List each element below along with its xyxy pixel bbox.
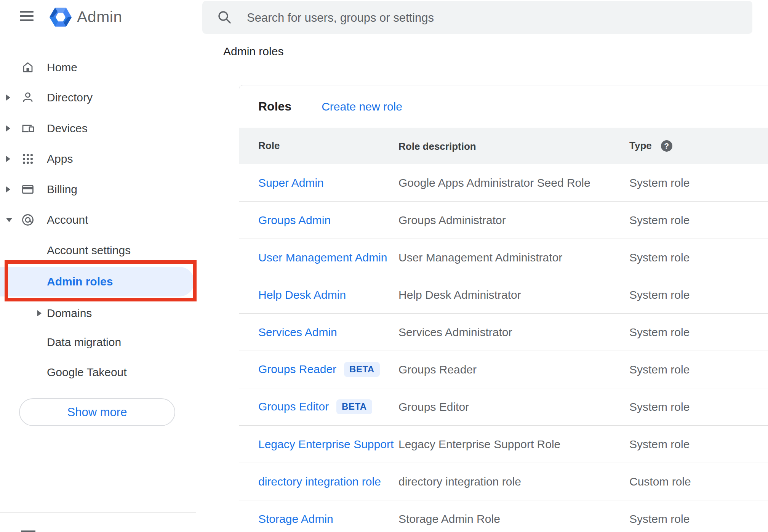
table-row: Super Admin Google Apps Administrator Se…: [239, 164, 768, 202]
sidebar-item-domains[interactable]: Domains: [0, 298, 196, 328]
role-type: Custom role: [629, 475, 768, 488]
role-type: System role: [629, 288, 768, 301]
role-description: Google Apps Administrator Seed Role: [398, 176, 629, 189]
sidebar-bottom-divider: [0, 512, 196, 513]
breadcrumb-divider: [202, 67, 768, 67]
role-type: System role: [629, 326, 768, 339]
role-link[interactable]: User Management Admin: [258, 251, 387, 264]
role-link[interactable]: Services Admin: [258, 326, 337, 339]
sidebar-item-data-migration[interactable]: Data migration: [0, 327, 196, 357]
table-row: Legacy Enterprise Support Legacy Enterpr…: [239, 426, 768, 463]
table-row: directory integration role directory int…: [239, 463, 768, 500]
role-type: System role: [629, 214, 768, 227]
sidebar-item-billing[interactable]: Billing: [0, 174, 196, 205]
role-description: Legacy Enterprise Support Role: [398, 438, 629, 451]
directory-icon: [21, 91, 34, 104]
sidebar-item-admin-roles[interactable]: Admin roles: [0, 267, 194, 296]
role-link[interactable]: Super Admin: [258, 176, 324, 189]
role-description: Services Administrator: [398, 326, 629, 339]
show-more-button[interactable]: Show more: [19, 398, 175, 426]
sidebar-item-home[interactable]: Home: [0, 52, 196, 83]
home-icon: [21, 61, 34, 74]
role-type: System role: [629, 438, 768, 451]
sidebar-item-google-takeout[interactable]: Google Takeout: [0, 357, 196, 388]
role-link[interactable]: Legacy Enterprise Support: [258, 438, 394, 451]
account-icon: [21, 213, 34, 226]
role-link[interactable]: Storage Admin: [258, 513, 333, 526]
role-description: User Management Administrator: [398, 251, 629, 264]
card-title: Roles: [258, 99, 291, 114]
sidebar-item-devices[interactable]: Devices: [0, 113, 196, 144]
roles-card: Roles Create new role Role Role descript…: [239, 85, 768, 532]
role-link[interactable]: Groups Reader: [258, 363, 336, 376]
expand-arrow-icon[interactable]: [6, 125, 10, 131]
app-title: Admin: [77, 6, 122, 28]
role-description: directory integration role: [398, 475, 629, 488]
beta-badge: BETA: [336, 399, 372, 414]
role-description: Groups Editor: [398, 401, 629, 413]
table-row: Groups Editor BETA Groups Editor System …: [239, 388, 768, 426]
expand-arrow-icon[interactable]: [37, 310, 42, 316]
column-header-description: Role description: [398, 141, 476, 152]
role-link[interactable]: directory integration role: [258, 475, 381, 488]
table-header-row: Role Role description Type ?: [239, 128, 768, 164]
table-row: Services Admin Services Administrator Sy…: [239, 314, 768, 351]
table-row: Groups Reader BETA Groups Reader System …: [239, 351, 768, 388]
admin-console-screen: Admin Admin roles Home Directory Devices: [0, 0, 768, 532]
column-header-type: Type: [629, 140, 652, 152]
sidebar-item-apps[interactable]: Apps: [0, 144, 196, 174]
create-new-role-link[interactable]: Create new role: [322, 100, 402, 113]
admin-logo-icon: [50, 6, 72, 28]
search-input[interactable]: [246, 1, 743, 35]
role-description: Storage Admin Role: [398, 513, 629, 526]
role-link[interactable]: Help Desk Admin: [258, 288, 346, 301]
collapse-arrow-icon[interactable]: [6, 218, 12, 222]
role-description: Help Desk Administrator: [398, 288, 629, 301]
apps-icon: [21, 152, 34, 165]
billing-icon: [21, 183, 34, 196]
expand-arrow-icon[interactable]: [6, 186, 10, 192]
table-row: Storage Admin Storage Admin Role System …: [239, 500, 768, 532]
devices-icon: [21, 122, 34, 135]
breadcrumb: Admin roles: [223, 45, 283, 58]
column-header-role: Role: [258, 140, 280, 152]
search-icon: [217, 10, 232, 24]
role-type: System role: [629, 176, 768, 189]
role-link[interactable]: Groups Admin: [258, 214, 331, 227]
beta-badge: BETA: [344, 362, 380, 377]
table-row: Help Desk Admin Help Desk Administrator …: [239, 276, 768, 314]
expand-arrow-icon[interactable]: [6, 156, 10, 162]
sidebar-item-directory[interactable]: Directory: [0, 82, 196, 113]
expand-arrow-icon[interactable]: [6, 95, 10, 101]
help-icon[interactable]: ?: [661, 140, 672, 152]
role-type: System role: [629, 251, 768, 264]
role-type: System role: [629, 401, 768, 413]
role-type: System role: [629, 513, 768, 526]
role-description: Groups Administrator: [398, 214, 629, 227]
table-row: Groups Admin Groups Administrator System…: [239, 202, 768, 239]
sidebar-item-account[interactable]: Account: [0, 205, 196, 235]
role-type: System role: [629, 363, 768, 376]
role-description: Groups Reader: [398, 363, 629, 376]
sidebar-item-account-settings[interactable]: Account settings: [0, 235, 196, 266]
cut-off-sidebar-icon: [21, 530, 35, 532]
hamburger-menu-icon[interactable]: [20, 11, 34, 21]
table-body: Super Admin Google Apps Administrator Se…: [239, 164, 768, 532]
table-row: User Management Admin User Management Ad…: [239, 239, 768, 276]
role-link[interactable]: Groups Editor: [258, 400, 329, 413]
